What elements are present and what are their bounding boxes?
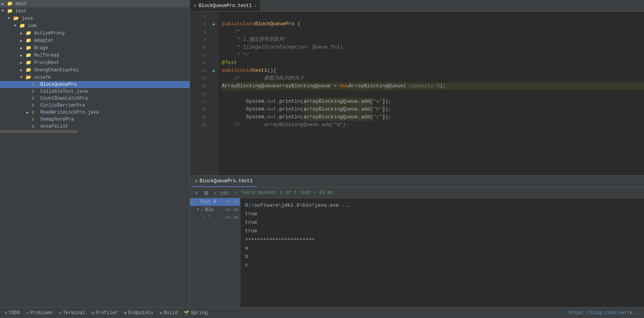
status-label-spring: Spring: [191, 310, 207, 316]
tree-arrow-Adapter: ▶: [20, 38, 26, 43]
horizontal-scrollbar[interactable]: [0, 130, 190, 133]
test-tree-label-0: Test R: [200, 199, 216, 205]
editor-tab-active[interactable]: c BlockQueuePro.test1 ✕: [190, 0, 261, 11]
tree-label-ReadWriteLockPro.java: ReadWriteLockPro.java: [40, 110, 99, 115]
test-forward-btn[interactable]: ▷▷: [219, 189, 231, 197]
run-gutter-icon[interactable]: ▶: [212, 21, 215, 27]
status-item-endpoints[interactable]: ⊕Endpoints: [123, 309, 155, 316]
line-numbers: 67891011121314151617181920: [190, 12, 209, 175]
tree-icon-ProcyRest: 📁: [26, 60, 33, 66]
code-gutter: ▶▶: [209, 12, 219, 175]
tree-item-Adapter[interactable]: ▶ 📁Adapter: [0, 37, 190, 44]
editor-tabs-bar: c BlockQueuePro.test1 ✕: [190, 0, 644, 12]
tree-label-ActiveProxy: ActiveProxy: [34, 31, 65, 36]
status-label-terminal: Terminal: [63, 310, 85, 316]
tab-close-button[interactable]: ✕: [254, 3, 256, 8]
status-label-endpoints: Endpoints: [128, 310, 154, 316]
test-duration-2: 24 ms: [226, 215, 238, 220]
tree-item-com[interactable]: ▼ 📁com: [0, 22, 190, 29]
code-line-17: System.out.println(arrayBlockingQueue.ad…: [222, 98, 644, 105]
gutter-15: [209, 82, 219, 90]
status-item-profiler[interactable]: ◎Profiler: [90, 309, 119, 316]
gutter-6: [209, 12, 219, 20]
tree-label-unsafeList: unsafeList: [40, 124, 68, 129]
run-gutter-icon[interactable]: ▶: [212, 68, 215, 74]
main-area: ▶ 📁main▼ 📁test▼ 📂java▼ 📁com▶ 📁ActiveProx…: [0, 0, 644, 307]
test-check-btn[interactable]: ✓: [193, 189, 201, 197]
status-label-todo: TODO: [9, 310, 20, 316]
status-item-terminal[interactable]: ▭Terminal: [57, 309, 87, 316]
test-tree-label-2: ': [207, 215, 210, 220]
gutter-17: [209, 98, 219, 105]
tree-label-test: test: [16, 9, 27, 14]
test-output-line-0: true: [245, 210, 639, 218]
tree-arrow-MulThread: ▶: [20, 53, 26, 58]
panel-tabs-bar: ▶ BlockQueuePro.test1: [190, 176, 644, 187]
status-label-profiler: Profiler: [96, 310, 118, 316]
tab-java-icon: c: [194, 3, 197, 8]
test-output-command: D:\software\jdk1.8\bin\java.exe ...: [245, 201, 639, 210]
code-line-11: * */: [222, 51, 644, 59]
tree-item-BlockQueuePro[interactable]: cBlockQueuePro: [0, 81, 190, 88]
status-icon-todo: ≡: [5, 311, 7, 315]
tree-item-Brage[interactable]: ▶ 📁Brage: [0, 44, 190, 52]
tree-arrow-ShengChanXiaoFei: ▶: [20, 68, 26, 73]
tree-arrow-main: ▶: [2, 2, 7, 6]
tree-label-main: main: [16, 1, 27, 7]
line-num-19: 19: [190, 113, 206, 121]
code-line-19: System.out.println(arrayBlockingQueue.ad…: [222, 113, 644, 121]
tree-item-CyclicBarrierPra[interactable]: cCyclicBarrierPra: [0, 102, 190, 109]
test-tree-label-1: Blo: [205, 207, 214, 213]
test-output-line-3: +++++++++++++++++++++++: [245, 235, 639, 244]
status-item-todo[interactable]: ≡TODO: [3, 309, 21, 316]
test-tree-item-1[interactable]: ▼✓Blo24 ms: [190, 206, 240, 214]
tree-item-CallableTest.java[interactable]: cCallableTest.java: [0, 88, 190, 95]
test-tree-item-0[interactable]: ▼✓Test R24 ms: [190, 198, 240, 206]
test-toolbar: ✓ ⊘ ↕ ▷▷ ✓ Tests passed: 1 of 1 test – 2…: [190, 187, 644, 198]
tree-icon-Adapter: 📁: [26, 38, 33, 43]
test-sort-btn[interactable]: ↕: [212, 189, 218, 197]
tree-item-java[interactable]: ▼ 📂java: [0, 15, 190, 22]
line-num-20: 20: [190, 121, 206, 129]
tree-item-unsafeList[interactable]: cunsafeList: [0, 123, 190, 130]
status-item-build[interactable]: ⚒Build: [158, 309, 180, 316]
tree-label-com: com: [28, 23, 36, 29]
tree-item-test[interactable]: ▼ 📁test: [0, 7, 190, 15]
line-num-8: 8: [190, 28, 206, 36]
code-lines[interactable]: public class BlockQueuePro { /* * 1.抛出异常…: [219, 12, 644, 175]
tree-label-ProcyRest: ProcyRest: [34, 60, 59, 66]
tree-icon-com: 📁: [19, 23, 26, 29]
status-item-problems[interactable]: ⚠Problems: [24, 309, 54, 316]
panel-content: ▼✓Test R24 ms▼✓Blo24 ms✓'24 ms D:\softwa…: [190, 198, 644, 307]
tree-item-MulThread[interactable]: ▶ 📁MulThread: [0, 52, 190, 59]
tree-arrow-Brage: ▶: [20, 46, 26, 50]
test-status-badge: ✓ Tests passed: 1 of 1 test – 24 ms: [235, 190, 333, 195]
tree-label-BlockQueuePro: BlockQueuePro: [40, 82, 77, 87]
test-stop-btn[interactable]: ⊘: [202, 189, 210, 197]
test-duration-1: 24 ms: [226, 207, 238, 212]
tree-item-ReadWriteLockPro.java[interactable]: ▶ cReadWriteLockPro.java: [0, 109, 190, 116]
tree-item-ProcyRest[interactable]: ▶ 📁ProcyRest: [0, 59, 190, 66]
tree-item-ActiveProxy[interactable]: ▶ 📁ActiveProxy: [0, 29, 190, 37]
panel-tab-test[interactable]: ▶ BlockQueuePro.test1: [192, 176, 256, 187]
test-tree-item-2[interactable]: ✓'24 ms: [190, 214, 240, 221]
tree-icon-main: 📁: [7, 1, 14, 7]
gutter-14: [209, 74, 219, 82]
code-line-18: System.out.println(arrayBlockingQueue.ad…: [222, 105, 644, 113]
code-line-10: * IllegalStateException: Queue full: [222, 43, 644, 51]
test-output-line-1: true: [245, 218, 639, 227]
tree-icon-MulThread: 📁: [26, 52, 33, 58]
tree-item-SemaphorePra[interactable]: cSemaphorePra: [0, 116, 190, 123]
tree-item-CountDownLatchPra[interactable]: cCountDownLatchPra: [0, 95, 190, 102]
gutter-7[interactable]: ▶: [209, 20, 219, 28]
status-item-spring[interactable]: 🌱Spring: [182, 309, 209, 316]
line-num-11: 11: [190, 51, 206, 59]
gutter-9: [209, 36, 219, 43]
code-line-12: @Test: [222, 59, 644, 67]
gutter-13[interactable]: ▶: [209, 67, 219, 74]
tree-item-main[interactable]: ▶ 📁main: [0, 0, 190, 7]
tree-icon-java: 📂: [13, 16, 20, 21]
status-label-build: Build: [164, 310, 178, 316]
tree-item-unsafe[interactable]: ▼ 📂unsafe: [0, 74, 190, 81]
tree-item-ShengChanXiaoFei[interactable]: ▶ 📁ShengChanXiaoFei: [0, 66, 190, 74]
